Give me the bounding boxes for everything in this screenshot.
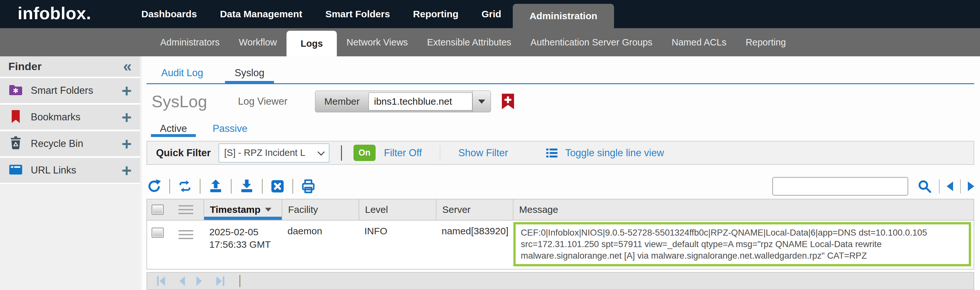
divider xyxy=(440,146,440,160)
search-button[interactable] xyxy=(917,179,932,194)
first-page-button[interactable] xyxy=(156,275,168,287)
filter-off-link[interactable]: Filter Off xyxy=(384,147,422,159)
divider xyxy=(169,179,170,194)
tab-audit-log[interactable]: Audit Log xyxy=(160,65,204,83)
sub-nav-bar: Administrators Workflow Logs Network Vie… xyxy=(0,28,980,56)
sub-nav-administrators[interactable]: Administrators xyxy=(151,28,229,56)
sub-nav-extensible-attributes[interactable]: Extensible Attributes xyxy=(418,28,521,56)
next-result-button[interactable] xyxy=(968,182,974,191)
member-selector: Member xyxy=(315,90,491,113)
column-header-level[interactable]: Level xyxy=(359,200,436,220)
page-title: SysLog xyxy=(151,92,207,111)
toggle-single-line-wrap[interactable]: Toggle single line view xyxy=(545,146,664,160)
sub-nav-workflow[interactable]: Workflow xyxy=(229,28,286,56)
tab-syslog[interactable]: Syslog xyxy=(233,65,266,83)
sidebar-item-label: Bookmarks xyxy=(31,111,121,123)
replay-icon xyxy=(178,179,192,194)
sidebar-item-url-links[interactable]: URL Links + xyxy=(0,158,140,183)
row-menu-icon[interactable] xyxy=(178,228,193,242)
finder-header: Finder « xyxy=(0,56,140,76)
top-nav-grid[interactable]: Grid xyxy=(470,0,513,28)
sidebar-item-label: Smart Folders xyxy=(31,85,121,96)
add-bookmark-icon[interactable]: + xyxy=(121,111,132,124)
member-input[interactable] xyxy=(369,92,473,111)
column-header-message[interactable]: Message xyxy=(513,200,974,220)
url-links-icon xyxy=(8,162,23,178)
row-menu-cell xyxy=(168,220,204,269)
show-filter-link[interactable]: Show Filter xyxy=(458,147,508,159)
table-header-row: Timestamp Facility Level Server Message xyxy=(147,200,974,220)
add-recycle-bin-icon[interactable]: + xyxy=(121,137,132,150)
pagination-bar xyxy=(146,272,974,290)
last-page-button[interactable] xyxy=(213,275,226,287)
top-nav-dashboards[interactable]: Dashboards xyxy=(130,0,208,28)
header-menu-cell xyxy=(168,200,204,220)
search-icon xyxy=(917,179,932,194)
sidebar-item-smart-folders[interactable]: Smart Folders + xyxy=(0,78,140,103)
select-all-checkbox[interactable] xyxy=(151,204,164,215)
divider xyxy=(341,145,342,161)
quick-filter-bar: Quick Filter [S] - RPZ Incident L On Fil… xyxy=(146,141,974,165)
cell-message: CEF:0|Infoblox|NIOS|9.0.5-52728-5501324f… xyxy=(513,220,974,269)
sort-descending-icon xyxy=(265,208,271,212)
sub-nav-logs[interactable]: Logs xyxy=(286,31,337,56)
refresh-button[interactable] xyxy=(146,179,162,194)
sub-nav-reporting[interactable]: Reporting xyxy=(736,28,796,56)
download-icon xyxy=(239,179,255,194)
infoblox-logo[interactable]: infoblox. xyxy=(18,3,130,23)
search-input[interactable] xyxy=(772,177,908,196)
previous-page-button[interactable] xyxy=(177,275,186,287)
filter-on-toggle[interactable]: On xyxy=(353,145,376,161)
download-button[interactable] xyxy=(239,179,255,194)
add-bookmark-button[interactable] xyxy=(502,93,514,109)
upload-button[interactable] xyxy=(208,179,223,194)
top-nav-smart-folders[interactable]: Smart Folders xyxy=(314,0,402,28)
table-row[interactable]: 2025-02-05 17:56:33 GMT daemon INFO name… xyxy=(147,220,974,269)
main-content: Audit Log Syslog SysLog Log Viewer Membe… xyxy=(142,56,980,290)
finder-sidebar: Finder « Smart Folders + Bookmarks + xyxy=(0,56,140,290)
print-icon xyxy=(301,179,316,194)
divider xyxy=(939,179,940,193)
quick-filter-value: [S] - RPZ Incident L xyxy=(224,147,305,158)
sub-nav-auth-server-groups[interactable]: Authentication Server Groups xyxy=(521,28,662,56)
sidebar-item-recycle-bin[interactable]: Recycle Bin + xyxy=(0,131,140,156)
syslog-table: Timestamp Facility Level Server Message … xyxy=(146,199,974,269)
top-nav-bar: infoblox. Dashboards Data Management Sma… xyxy=(0,0,980,28)
table-toolbar xyxy=(146,177,974,196)
quick-filter-select[interactable]: [S] - RPZ Incident L xyxy=(219,143,329,163)
add-url-link-icon[interactable]: + xyxy=(121,164,132,177)
tab-active[interactable]: Active xyxy=(160,123,187,137)
bookmarks-icon xyxy=(8,109,23,125)
list-view-icon xyxy=(545,146,558,160)
top-nav-administration[interactable]: Administration xyxy=(513,4,614,28)
smart-folders-icon xyxy=(8,82,23,98)
replay-button[interactable] xyxy=(178,179,192,194)
row-checkbox[interactable] xyxy=(151,228,164,238)
top-nav-data-management[interactable]: Data Management xyxy=(208,0,314,28)
sidebar-item-bookmarks[interactable]: Bookmarks + xyxy=(0,105,140,130)
cell-timestamp: 2025-02-05 17:56:33 GMT xyxy=(204,220,282,269)
column-header-facility[interactable]: Facility xyxy=(282,200,359,220)
sub-nav-network-views[interactable]: Network Views xyxy=(337,28,417,56)
member-dropdown-button[interactable] xyxy=(473,91,491,112)
column-header-server[interactable]: Server xyxy=(436,200,513,220)
collapse-sidebar-icon[interactable]: « xyxy=(123,60,132,73)
print-button[interactable] xyxy=(301,179,316,194)
divider xyxy=(262,179,263,194)
cell-facility: daemon xyxy=(282,220,359,269)
next-page-button[interactable] xyxy=(195,275,204,287)
finder-title: Finder xyxy=(8,60,42,73)
sub-nav-named-acls[interactable]: Named ACLs xyxy=(662,28,736,56)
divider xyxy=(231,179,232,194)
previous-result-button[interactable] xyxy=(947,182,953,191)
export-csv-button[interactable] xyxy=(270,179,285,194)
divider xyxy=(960,179,961,193)
table-search xyxy=(772,177,974,196)
tab-passive[interactable]: Passive xyxy=(212,123,247,137)
sidebar-empty-area xyxy=(0,184,140,290)
toggle-single-line-link: Toggle single line view xyxy=(565,147,664,159)
column-menu-icon[interactable] xyxy=(178,203,193,217)
column-header-timestamp[interactable]: Timestamp xyxy=(204,200,282,220)
top-nav-reporting[interactable]: Reporting xyxy=(402,0,470,28)
add-smart-folder-icon[interactable]: + xyxy=(121,84,132,97)
